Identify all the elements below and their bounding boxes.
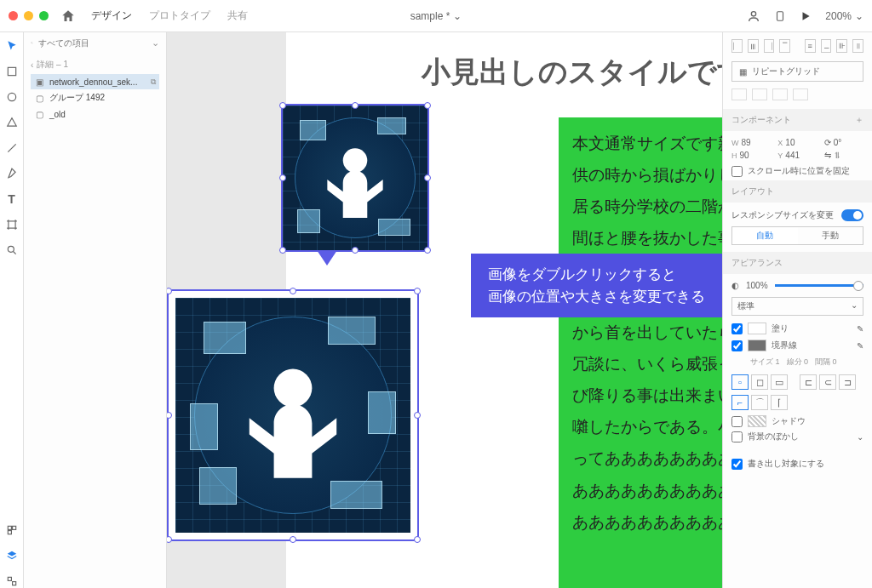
device-icon[interactable] <box>774 9 786 24</box>
join-round[interactable]: ⌒ <box>751 395 768 410</box>
artboard-tool[interactable] <box>5 218 19 231</box>
union-op[interactable] <box>731 88 747 100</box>
blur-checkbox[interactable] <box>731 431 743 442</box>
align-bottom[interactable]: ⎽ <box>821 39 832 53</box>
selected-image-small[interactable] <box>281 104 429 252</box>
stroke-outer[interactable]: ▭ <box>771 374 788 390</box>
align-top[interactable]: ⎺ <box>779 39 790 53</box>
layer-item-group[interactable]: ▢ グループ 1492 <box>31 89 159 106</box>
cap-butt[interactable]: ⊏ <box>800 374 817 390</box>
external-link-icon[interactable]: ⧉ <box>151 77 156 87</box>
text-tool[interactable]: T <box>5 192 19 206</box>
responsive-toggle-row: レスポンシブサイズを変更 <box>731 209 863 221</box>
manual-segment[interactable]: 手動 <box>798 227 863 244</box>
shadow-swatch[interactable] <box>748 415 766 427</box>
rotation-field[interactable]: ⟳0° <box>824 138 863 147</box>
heading-text[interactable]: 小見出しのスタイルです <box>286 32 722 106</box>
opacity-control: ◐ 100% <box>731 281 863 290</box>
align-left[interactable]: ⎸ <box>731 39 743 53</box>
zoom-control[interactable]: 200%⌄ <box>825 10 863 22</box>
maximize-window[interactable] <box>39 11 49 20</box>
properties-panel: ⎸ ⫼ ⎹ ⎺ ≡ ⎽ ⊪ ⫴ ▦ リピートグリッド コンポーネント ＋ W89… <box>722 32 872 588</box>
document-title[interactable]: sample * ⌄ <box>410 10 462 22</box>
align-center-h[interactable]: ⫼ <box>748 39 759 53</box>
pen-tool[interactable] <box>5 167 19 180</box>
join-bevel[interactable]: ⌈ <box>771 395 788 410</box>
eyedropper-icon[interactable]: ✎ <box>857 324 863 334</box>
chevron-down-icon[interactable]: ⌄ <box>857 432 863 442</box>
stroke-inner[interactable]: ▫ <box>731 374 749 390</box>
y-field[interactable]: Y441 <box>777 151 817 160</box>
search-input[interactable] <box>38 38 146 48</box>
exclude-op[interactable] <box>793 88 808 100</box>
minimize-window[interactable] <box>24 11 33 20</box>
align-middle[interactable]: ≡ <box>805 39 816 53</box>
line-tool[interactable] <box>5 141 19 155</box>
chevron-down-icon[interactable]: ⌄ <box>152 37 159 49</box>
ellipse-tool[interactable] <box>5 90 19 104</box>
assets-tab-icon[interactable] <box>5 523 19 537</box>
svg-rect-2 <box>8 67 15 75</box>
subtract-op[interactable] <box>752 88 767 100</box>
home-icon[interactable] <box>60 9 76 24</box>
blend-mode-dropdown[interactable]: 標準 ⌄ <box>731 297 863 316</box>
cap-round[interactable]: ⊂ <box>819 374 836 390</box>
zoom-tool[interactable] <box>5 243 19 257</box>
distribute-h[interactable]: ⊪ <box>836 39 847 53</box>
auto-segment[interactable]: 自動 <box>732 227 798 244</box>
tab-design[interactable]: デザイン <box>91 9 132 23</box>
width-field[interactable]: W89 <box>731 138 771 147</box>
join-miter[interactable]: ⌐ <box>731 395 749 410</box>
layers-tab-icon[interactable] <box>5 549 19 562</box>
stroke-dash-input[interactable]: 0 <box>804 357 808 366</box>
height-field[interactable]: H90 <box>731 151 771 160</box>
flip-h-icon[interactable]: ⇋ <box>824 151 831 160</box>
stroke-center[interactable]: ◻ <box>751 374 768 390</box>
shadow-checkbox[interactable] <box>731 416 743 427</box>
stroke-row: 境界線 ✎ <box>731 340 863 351</box>
cap-square[interactable]: ⊐ <box>839 374 856 390</box>
stroke-enabled[interactable] <box>731 340 743 351</box>
body-text-block[interactable]: 本文通常サイズです親譲りの無鉄砲で小供の時から損ばかりしている。小学校に居る時分… <box>559 117 722 588</box>
rectangle-tool[interactable] <box>5 65 19 78</box>
align-right[interactable]: ⎹ <box>764 39 775 53</box>
fix-scroll-checkbox[interactable]: スクロール時に位置を固定 <box>731 165 863 177</box>
mode-tabs: デザイン プロトタイプ 共有 <box>91 9 248 23</box>
layer-item-old[interactable]: ▢ _old <box>31 106 159 122</box>
shadow-row: シャドウ <box>731 415 863 427</box>
layers-breadcrumb[interactable]: ‹ 詳細 – 1 <box>31 55 159 74</box>
plus-icon[interactable]: ＋ <box>855 114 863 126</box>
export-checkbox[interactable] <box>731 459 743 470</box>
image-icon: ▣ <box>34 77 44 87</box>
responsive-toggle[interactable] <box>841 209 863 221</box>
svg-point-11 <box>32 43 33 44</box>
chevron-down-icon: ⌄ <box>851 300 858 312</box>
canvas[interactable]: 小見出しのスタイルです 本文通常サイズです親譲りの無鉄砲で小供の時から損ばかりし… <box>167 32 722 588</box>
selected-image-large[interactable] <box>167 289 419 541</box>
distribute-v[interactable]: ⫴ <box>852 39 863 53</box>
export-row: 書き出し対象にする <box>731 458 863 470</box>
flip-controls[interactable]: ⇋ ⥮ <box>824 151 863 160</box>
repeat-grid-button[interactable]: ▦ リピートグリッド <box>731 61 863 82</box>
stroke-swatch[interactable] <box>748 340 766 351</box>
eyedropper-icon[interactable]: ✎ <box>857 341 863 351</box>
polygon-tool[interactable] <box>5 116 19 129</box>
stroke-gap-input[interactable]: 0 <box>833 357 837 366</box>
select-tool[interactable] <box>5 39 19 53</box>
blur-row: 背景のぼかし ⌄ <box>731 431 863 442</box>
user-icon[interactable] <box>747 9 760 23</box>
tab-share[interactable]: 共有 <box>227 9 248 23</box>
intersect-op[interactable] <box>772 88 788 100</box>
tab-prototype[interactable]: プロトタイプ <box>149 9 210 23</box>
fill-swatch[interactable] <box>748 323 766 334</box>
play-icon[interactable] <box>800 10 812 22</box>
opacity-slider[interactable] <box>775 284 863 287</box>
plugins-tab-icon[interactable] <box>5 574 19 588</box>
fill-enabled[interactable] <box>731 323 743 334</box>
close-window[interactable] <box>9 11 18 20</box>
flip-v-icon[interactable]: ⥮ <box>834 151 840 160</box>
stroke-size-input[interactable]: 1 <box>776 357 780 366</box>
placed-image <box>283 106 427 250</box>
x-field[interactable]: X10 <box>777 138 817 147</box>
layer-item-image[interactable]: ▣ network_dennou_sek... ⧉ <box>31 74 159 89</box>
